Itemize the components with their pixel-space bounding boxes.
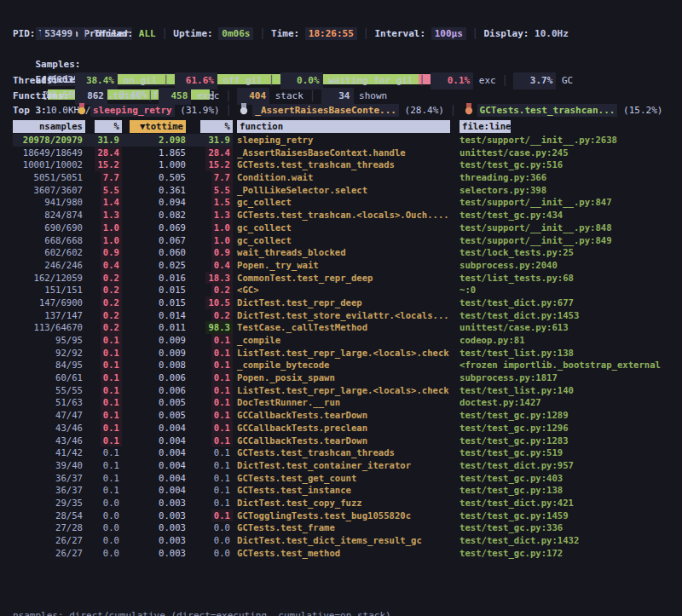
table-row[interactable]: 151/1510.20.0150.2<GC>~:0 — [13, 284, 675, 296]
nsamples-cell: 28/54 — [13, 509, 85, 522]
function-cell: ListTest.test_repr_large.<locals>.check — [233, 384, 450, 397]
segment-value: 862 — [75, 88, 107, 105]
function-cell: DictTest.test_copy_fuzz — [233, 497, 450, 509]
nsamples-cell: 47/47 — [13, 409, 85, 422]
table-row[interactable]: 690/6901.00.0691.0gc_collecttest/support… — [13, 222, 675, 234]
segment-text: stack — [269, 90, 303, 101]
top3-line: Top 3:sleeping_retry (31.9%)│_AssertRais… — [13, 103, 675, 118]
tottime-cell: 0.067 — [122, 234, 188, 247]
direct-pct-value: 0.1 — [101, 334, 122, 347]
function-cell: _AssertRaisesBaseContext.handle — [233, 147, 450, 159]
file-line-cell: test/list_tests.py:68 — [450, 272, 662, 285]
cumulative-pct-cell: 0.1 — [188, 384, 233, 397]
direct-pct-cell: 0.9 — [85, 246, 122, 259]
column-header-file-line[interactable]: file:line — [450, 120, 662, 133]
file-line-cell: test/test_gc.py:172 — [450, 547, 662, 560]
efficiency-line: Efficiency:[] 99.60% good, 0.40% failed — [13, 57, 675, 72]
table-row[interactable]: 824/8741.30.0821.3GCTests.test_trashcan.… — [13, 209, 675, 222]
table-row[interactable]: 92/920.10.0090.1ListTest.test_repr_large… — [13, 347, 675, 360]
top3-function-name[interactable]: _AssertRaisesBaseConte... — [252, 104, 399, 117]
table-row[interactable]: 55/550.10.0060.1ListTest.test_repr_large… — [13, 384, 675, 397]
column-header-nsamples[interactable]: nsamples — [13, 120, 85, 133]
function-cell: _PollLikeSelector.select — [233, 184, 450, 197]
cumulative-pct-cell: 0.0 — [188, 547, 233, 560]
file-line-cell: test/test_gc.py:138 — [450, 484, 662, 497]
cumulative-pct-value: 10.5 — [205, 296, 233, 309]
column-header-box-tottime[interactable]: ▼tottime — [130, 120, 186, 133]
top3-function-name[interactable]: GCTests.test_trashcan... — [477, 104, 618, 117]
direct-pct-cell: 0.2 — [85, 284, 122, 296]
table-row[interactable]: 668/6681.00.0671.0gc_collecttest/support… — [13, 234, 675, 247]
function-cell: GCTests.test_instance — [233, 484, 450, 497]
tottime-cell: 0.069 — [122, 222, 188, 234]
file-line-cell: test/test_gc.py:1459 — [450, 509, 662, 522]
top3-percent: (15.2%) — [617, 105, 662, 116]
table-row[interactable]: 28/540.00.0030.1GCTogglingTests.test_bug… — [13, 509, 675, 522]
direct-pct-value: 0.2 — [101, 309, 122, 322]
cumulative-pct-value: 15.2 — [205, 158, 233, 171]
direct-pct-value: 0.1 — [101, 422, 122, 435]
table-row[interactable]: 51/630.10.0050.1DocTestRunner.__rundocte… — [13, 396, 675, 409]
column-header-cumulative-pct[interactable]: % — [188, 120, 233, 133]
segment-value: 0.1% — [431, 72, 473, 89]
top3-function-name[interactable]: sleeping_retry — [90, 104, 175, 117]
table-row[interactable]: 47/470.10.0050.1GCCallbackTests.tearDown… — [13, 409, 675, 422]
table-row[interactable]: 941/9801.40.0941.5gc_collecttest/support… — [13, 196, 675, 209]
cumulative-pct-value: 0.1 — [211, 446, 233, 459]
table-row[interactable]: 113/646700.20.01198.3TestCase._callTestM… — [13, 321, 675, 334]
table-row[interactable]: 162/120590.20.01618.3CommonTest.test_rep… — [13, 272, 675, 285]
table-row[interactable]: 26/270.00.0030.0GCTests.test_methodtest/… — [13, 547, 675, 560]
direct-pct-cell: 0.1 — [85, 459, 122, 472]
table-row[interactable]: 39/400.10.0040.1DictTest.test_container_… — [13, 459, 675, 472]
direct-pct-cell: 0.2 — [85, 321, 122, 334]
function-cell: Popen._try_wait — [233, 259, 450, 272]
table-row[interactable]: 43/460.10.0040.1GCCallbackTests.preclean… — [13, 422, 675, 435]
nsamples-cell: 95/95 — [13, 334, 85, 347]
direct-pct-value: 0.1 — [101, 409, 122, 422]
function-cell: DocTestRunner.__run — [233, 396, 450, 409]
function-cell: GCTests.test_trashcan_threads — [233, 158, 450, 171]
table-row[interactable]: 20978/2097931.92.09831.9sleeping_retryte… — [13, 134, 675, 147]
table-row[interactable]: 95/950.10.0090.1_compilecodeop.py:81 — [13, 334, 675, 347]
table-header-row: nsamples%▼tottime%functionfile:line — [13, 120, 675, 133]
cumulative-pct-cell: 31.9 — [188, 134, 233, 147]
column-header-box-nsamples[interactable]: nsamples — [13, 120, 85, 133]
direct-pct-value: 0.9 — [101, 246, 122, 259]
column-header-box-direct-pct[interactable]: % — [95, 120, 122, 133]
separator-icon: │ — [226, 105, 232, 116]
column-header-tottime[interactable]: ▼tottime — [122, 120, 188, 133]
direct-pct-value: 0.0 — [101, 534, 122, 547]
column-header-box-file-line[interactable]: file:line — [459, 120, 511, 133]
table-row[interactable]: 5051/50517.70.5057.7Condition.waitthread… — [13, 171, 675, 184]
table-row[interactable]: 36/370.10.0040.1GCTests.test_get_countte… — [13, 472, 675, 485]
table-row[interactable]: 27/280.00.0030.0GCTests.test_frametest/t… — [13, 521, 675, 534]
nsamples-cell: 668/668 — [13, 234, 85, 247]
function-cell: gc_collect — [233, 222, 450, 234]
table-row[interactable]: 18649/1864928.41.86528.4_AssertRaisesBas… — [13, 147, 675, 159]
column-header-box-function[interactable]: function — [237, 120, 450, 133]
column-header-direct-pct[interactable]: % — [85, 120, 122, 133]
table-row[interactable]: 246/2460.40.0250.4Popen._try_waitsubproc… — [13, 259, 675, 272]
table-row[interactable]: 147/69000.20.01510.5DictTest.test_repr_d… — [13, 296, 675, 309]
table-row[interactable]: 60/610.10.0060.1Popen._posix_spawnsubpro… — [13, 371, 675, 384]
table-row[interactable]: 10001/1000215.21.00015.2GCTests.test_tra… — [13, 158, 675, 171]
tottime-cell: 0.004 — [122, 422, 188, 435]
column-header-function[interactable]: function — [233, 120, 450, 133]
table-row[interactable]: 43/460.10.0040.1GCCallbackTests.tearDown… — [13, 435, 675, 447]
table-row[interactable]: 41/420.10.0040.1GCTests.test_trashcan_th… — [13, 446, 675, 459]
table-row[interactable]: 26/270.00.0030.0DictTest.test_dict_items… — [13, 534, 675, 547]
table-row[interactable]: 3607/36075.50.3615.5_PollLikeSelector.se… — [13, 184, 675, 197]
table-row[interactable]: 36/370.10.0040.1GCTests.test_instancetes… — [13, 484, 675, 497]
column-header-box-cumulative-pct[interactable]: % — [200, 120, 233, 133]
table-row[interactable]: 137/1470.20.0140.2DictTest.test_store_ev… — [13, 309, 675, 322]
file-line-cell: test/lock_tests.py:25 — [450, 246, 662, 259]
function-cell: DictTest.test_container_iterator — [233, 459, 450, 472]
table-row[interactable]: 84/950.10.0080.1_compile_bytecode<frozen… — [13, 359, 675, 371]
table-row[interactable]: 29/350.00.0030.1DictTest.test_copy_fuzzt… — [13, 497, 675, 509]
cumulative-pct-value: 5.5 — [211, 184, 233, 197]
threads-line-label: Threads: — [13, 73, 75, 89]
table-row[interactable]: 602/6020.90.0600.9wait_threads_blockedte… — [13, 246, 675, 259]
function-cell: GCCallbackTests.tearDown — [233, 435, 450, 447]
direct-pct-value: 28.4 — [95, 147, 122, 159]
direct-pct-value: 0.4 — [101, 259, 122, 272]
